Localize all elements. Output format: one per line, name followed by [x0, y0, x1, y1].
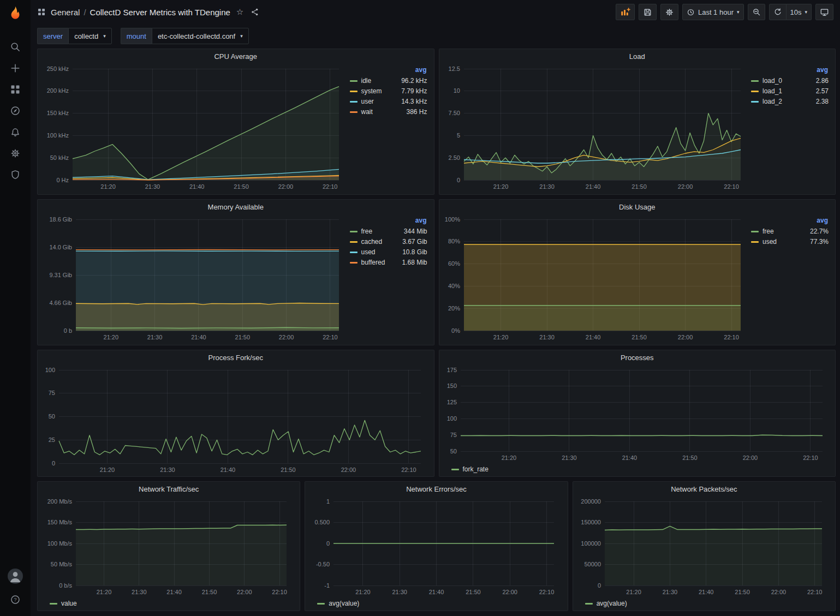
sidebar-item-explore[interactable]	[5, 101, 26, 119]
refresh-button[interactable]	[769, 4, 787, 20]
dashboard-row-2: Memory Available 0 b4.66 Gib9.31 Gib14.0…	[37, 199, 836, 345]
refresh-interval-select[interactable]: 10s▾	[787, 4, 812, 20]
dashboard-settings-button[interactable]	[660, 4, 678, 20]
topbar-left: General / CollectD Server Metrics with T…	[37, 6, 260, 18]
series-avg-value: 1.68 Mib	[395, 257, 427, 267]
svg-text:50: 50	[49, 413, 55, 420]
chart-canvas[interactable]: 507510012515017521:2021:3021:4021:5022:0…	[443, 366, 830, 463]
chart-canvas[interactable]: 0%20%40%60%80%100%21:2021:3021:4021:5022…	[443, 215, 748, 343]
share-dashboard-button[interactable]	[249, 7, 260, 17]
sidebar-item-server-admin[interactable]	[5, 165, 26, 183]
grafana-logo[interactable]	[7, 5, 23, 21]
legend-item[interactable]: wait386 Hz	[350, 106, 427, 117]
legend-item[interactable]: load_02.86	[751, 75, 829, 86]
legend-item[interactable]: free22.7%	[751, 226, 829, 236]
bell-icon	[10, 127, 21, 137]
legend-item[interactable]: idle96.2 kHz	[350, 75, 427, 86]
chart-canvas[interactable]: 0 b/s50 Mb/s100 Mb/s150 Mb/s200 Mb/s21:2…	[41, 497, 294, 597]
panel-title[interactable]: Network Errors/sec	[305, 482, 567, 497]
star-dashboard-button[interactable]: ☆	[235, 6, 245, 18]
chart-svg: 507510012515017521:2021:3021:4021:5022:0…	[443, 366, 830, 463]
legend-stat-header[interactable]: avg	[751, 65, 829, 75]
variable-server-select[interactable]: collectd▾	[68, 28, 112, 44]
legend-item[interactable]: used10.8 Gib	[350, 247, 427, 257]
panel-title[interactable]: Processes	[439, 350, 836, 366]
variable-value: etc-collectd-collectd.conf	[158, 32, 235, 40]
zoom-out-button[interactable]	[748, 4, 765, 20]
svg-text:21:30: 21:30	[132, 589, 147, 595]
tv-mode-button[interactable]	[815, 4, 833, 20]
series-name: used	[361, 248, 376, 256]
chart-svg: 02.5057.501012.521:2021:3021:4021:5022:0…	[443, 64, 748, 192]
svg-text:21:50: 21:50	[202, 589, 217, 595]
breadcrumb-folder[interactable]: General	[51, 8, 80, 17]
series-color-dash	[350, 80, 358, 82]
chart-canvas[interactable]: 02.5057.501012.521:2021:3021:4021:5022:0…	[443, 64, 748, 192]
series-name: fork_rate	[463, 465, 488, 473]
svg-text:1: 1	[326, 498, 330, 505]
svg-text:200 kHz: 200 kHz	[47, 87, 69, 94]
chart-svg: 0%20%40%60%80%100%21:2021:3021:4021:5022…	[443, 215, 748, 343]
sidebar-item-configuration[interactable]	[5, 144, 26, 162]
legend-item[interactable]: fork_rate	[451, 465, 488, 473]
series-name: user	[361, 98, 374, 105]
legend-item[interactable]: load_12.57	[751, 86, 829, 96]
variable-mount-select[interactable]: etc-collectd-collectd.conf▾	[152, 28, 249, 44]
svg-text:21:50: 21:50	[281, 467, 296, 473]
legend-item[interactable]: cached3.67 Gib	[350, 236, 427, 247]
variables-bar: server collectd▾ mount etc-collectd-coll…	[31, 24, 840, 47]
sidebar-item-dashboards[interactable]	[5, 80, 26, 98]
panel-title[interactable]: CPU Average	[38, 49, 434, 64]
chart-canvas[interactable]: -1-0.5000.500121:2021:3021:4021:5022:002…	[308, 497, 562, 597]
legend-item[interactable]: avg(value)	[585, 600, 627, 607]
panel-title[interactable]: Network Packets/sec	[573, 482, 835, 497]
series-avg-value: 22.7%	[796, 226, 829, 236]
legend-stat-header[interactable]: avg	[751, 216, 829, 226]
chart-canvas[interactable]: 0 b4.66 Gib9.31 Gib14.0 Gib18.6 Gib21:20…	[41, 215, 347, 343]
panel-title[interactable]: Network Traffic/sec	[38, 482, 300, 497]
series-name: wait	[361, 108, 373, 116]
legend-item[interactable]: system7.79 kHz	[350, 86, 427, 96]
panel-title[interactable]: Disk Usage	[439, 200, 836, 215]
sidebar-item-create[interactable]	[5, 59, 26, 77]
time-range-picker[interactable]: Last 1 hour ▾	[682, 4, 744, 20]
chart-canvas[interactable]: 05000010000015000020000021:2021:3021:402…	[576, 497, 830, 597]
series-avg-value: 10.8 Gib	[395, 247, 427, 257]
series-color-dash	[350, 91, 358, 92]
variable-label: server	[37, 28, 68, 44]
sidebar-item-search[interactable]	[5, 38, 26, 56]
add-panel-button[interactable]	[616, 4, 635, 20]
series-color-dash	[350, 252, 358, 253]
legend-item[interactable]: avg(value)	[317, 600, 359, 607]
sidebar-item-help[interactable]: ?	[5, 590, 26, 608]
legend-item[interactable]: value	[50, 600, 77, 607]
panel-process-fork: Process Fork/sec 025507510021:2021:3021:…	[37, 350, 434, 477]
legend-item[interactable]: buffered1.68 Mib	[350, 257, 427, 267]
legend-item[interactable]: used77.3%	[751, 236, 829, 247]
panel-title[interactable]: Process Fork/sec	[38, 350, 434, 366]
caret-down-icon: ▾	[737, 10, 740, 15]
legend-stat-header[interactable]: avg	[350, 216, 427, 226]
sidebar-item-alerting[interactable]	[5, 123, 26, 141]
svg-text:14.0 Gib: 14.0 Gib	[49, 244, 72, 250]
panel-title[interactable]: Memory Available	[38, 200, 434, 215]
user-avatar[interactable]	[8, 569, 23, 584]
save-dashboard-button[interactable]	[639, 4, 657, 20]
chart-canvas[interactable]: 0 Hz50 kHz100 kHz150 kHz200 kHz250 kHz21…	[41, 64, 347, 192]
legend-item[interactable]: load_22.38	[751, 96, 829, 106]
series-color-dash	[317, 603, 325, 605]
zoom-out-icon	[752, 8, 761, 16]
variable-value: collectd	[74, 32, 98, 40]
legend-stat-header[interactable]: avg	[350, 65, 427, 75]
svg-text:22:00: 22:00	[677, 334, 693, 340]
panel-title[interactable]: Load	[439, 49, 836, 64]
panel-legend: fork_rate	[443, 463, 830, 475]
svg-text:21:20: 21:20	[626, 589, 641, 595]
legend-item[interactable]: user14.3 kHz	[350, 96, 427, 106]
svg-text:22:10: 22:10	[807, 589, 823, 595]
svg-text:21:30: 21:30	[392, 589, 408, 595]
legend-item[interactable]: free344 Mib	[350, 226, 427, 236]
svg-text:22:00: 22:00	[771, 589, 786, 595]
panel-disk-usage: Disk Usage 0%20%40%60%80%100%21:2021:302…	[439, 199, 836, 345]
chart-canvas[interactable]: 025507510021:2021:3021:4021:5022:0022:10	[41, 366, 428, 475]
